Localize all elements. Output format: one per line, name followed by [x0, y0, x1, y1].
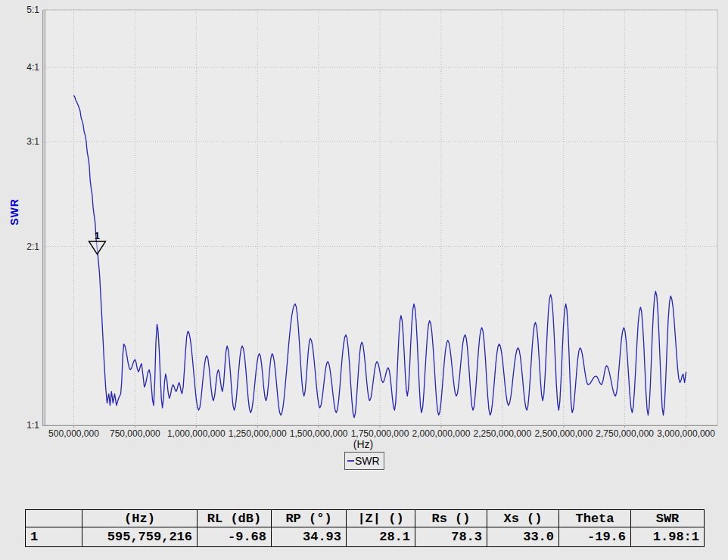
col-header-swr: SWR — [631, 510, 705, 527]
x-tick-label: 2,500,000,000 — [534, 428, 593, 439]
cell-theta: -19.6 — [559, 527, 631, 547]
y-axis-title: SWR — [2, 182, 27, 242]
x-axis-title: (Hz) — [303, 438, 424, 450]
y-tick-label: 5:1 — [26, 5, 39, 15]
y-tick-label: 1:1 — [26, 420, 39, 431]
y-tick-label: 4:1 — [26, 62, 39, 73]
marker-table: (Hz) RL (dB) RP (°) |Z| () Rs () Xs () T… — [25, 509, 705, 547]
col-header-rs: Rs () — [415, 510, 487, 527]
swr-analyzer-panel: 500,000,000750,000,0001,000,000,0001,250… — [0, 0, 728, 560]
cell-xs: 33.0 — [487, 527, 559, 547]
legend-label: SWR — [355, 455, 380, 467]
x-tick-label: 500,000,000 — [48, 428, 99, 439]
x-tick-label: 1,750,000,000 — [351, 428, 409, 439]
x-tick-label: 2,750,000,000 — [596, 428, 654, 439]
cell-hz: 595,759,216 — [82, 527, 198, 547]
col-header-marker — [26, 510, 82, 527]
cell-rs: 78.3 — [415, 527, 487, 547]
col-header-z: |Z| () — [347, 510, 415, 527]
col-header-rp: RP (°) — [272, 510, 347, 527]
x-tick-label: 1,500,000,000 — [290, 428, 348, 439]
col-header-rl: RL (dB) — [198, 510, 272, 527]
cell-marker-number: 1 — [26, 527, 82, 547]
y-tick-label: 2:1 — [26, 241, 39, 252]
x-tick-label: 1,000,000,000 — [167, 428, 226, 439]
col-header-hz: (Hz) — [82, 510, 198, 527]
swr-chart[interactable]: 500,000,000750,000,0001,000,000,0001,250… — [0, 0, 728, 451]
x-tick-label: 3,000,000,000 — [657, 428, 715, 439]
cell-rl: -9.68 — [198, 527, 272, 547]
legend-line-sample-icon — [347, 460, 354, 462]
x-tick-label: 1,250,000,000 — [229, 428, 287, 439]
y-axis-title-text: SWR — [8, 198, 20, 226]
marker-1-label: 1 — [95, 230, 100, 241]
col-header-xs: Xs () — [487, 510, 559, 527]
table-row: 1 595,759,216 -9.68 34.93 28.1 78.3 33.0… — [26, 527, 705, 547]
x-tick-label: 2,250,000,000 — [473, 428, 531, 439]
legend: SWR — [344, 452, 384, 470]
table-header-row: (Hz) RL (dB) RP (°) |Z| () Rs () Xs () T… — [26, 510, 705, 527]
cell-rp: 34.93 — [272, 527, 347, 547]
cell-z: 28.1 — [347, 527, 415, 547]
cell-swr: 1.98:1 — [631, 527, 705, 547]
y-tick-label: 3:1 — [26, 136, 39, 147]
x-tick-label: 2,000,000,000 — [412, 428, 471, 439]
plot-area[interactable] — [44, 10, 717, 425]
x-tick-label: 750,000,000 — [110, 428, 160, 439]
col-header-theta: Theta — [559, 510, 631, 527]
